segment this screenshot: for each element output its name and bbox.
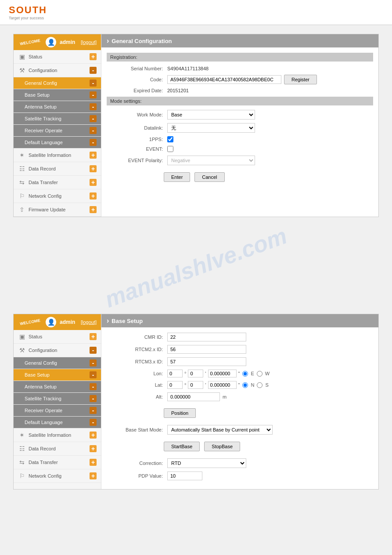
- sidebar1-status[interactable]: ▣ Status +: [14, 50, 101, 64]
- work-mode-select[interactable]: Base Rover: [167, 110, 255, 120]
- receiver-operate-toggle[interactable]: -: [90, 127, 97, 134]
- sidebar2-header: WELCOME 👤 admin [logout]: [14, 314, 101, 330]
- position-btn-row: Position: [107, 405, 373, 421]
- sidebar1-data-record-label: Data Record: [29, 166, 90, 171]
- cmr-id-input[interactable]: [167, 333, 246, 341]
- wrench-icon1: ⚒: [18, 66, 26, 74]
- sidebar2-general-config[interactable]: General Config -: [14, 357, 101, 369]
- sidebar2-data-record[interactable]: ☷ Data Record +: [14, 442, 101, 456]
- logout1[interactable]: [logout]: [81, 40, 97, 45]
- base-setup-toggle2[interactable]: -: [90, 371, 97, 378]
- antenna-setup-toggle2[interactable]: -: [90, 383, 97, 390]
- sidebar2-data-transfer[interactable]: ⇆ Data Transfer +: [14, 456, 101, 469]
- lon-east-radio[interactable]: [242, 371, 248, 377]
- lon-min-input[interactable]: [188, 370, 203, 377]
- satellite-tracking-toggle2[interactable]: -: [90, 395, 97, 402]
- sidebar2-configuration[interactable]: ⚒ Configuration -: [14, 344, 101, 357]
- panel2: WELCOME 👤 admin [logout] ▣ Status + ⚒ Co…: [13, 314, 379, 490]
- enter-button[interactable]: Enter: [164, 172, 190, 182]
- star-icon1: ✶: [18, 151, 26, 159]
- network-config-toggle2[interactable]: +: [90, 472, 97, 479]
- lat-deg-input[interactable]: [167, 381, 183, 389]
- event-checkbox[interactable]: [167, 146, 173, 152]
- status-toggle[interactable]: +: [90, 53, 97, 60]
- expired-date-row: Expired Date: 20151201: [107, 88, 373, 93]
- default-language-toggle[interactable]: -: [90, 139, 97, 146]
- satellite-tracking-toggle[interactable]: -: [90, 115, 97, 122]
- lat-north-radio[interactable]: [242, 382, 248, 388]
- base-setup-toggle[interactable]: -: [90, 91, 97, 98]
- lat-south-radio[interactable]: [257, 382, 263, 388]
- sidebar2-network-config[interactable]: ⚐ Network Config +: [14, 469, 101, 483]
- work-mode-row: Work Mode: Base Rover: [107, 110, 373, 120]
- sidebar2-antenna-setup[interactable]: Antenna Setup -: [14, 381, 101, 393]
- startbase-button[interactable]: StartBase: [164, 442, 200, 451]
- data-transfer-toggle[interactable]: +: [90, 179, 97, 186]
- sidebar2-receiver-operate[interactable]: Receiver Operate -: [14, 405, 101, 417]
- correction-select[interactable]: RTD RTCM CMR: [167, 458, 246, 468]
- sidebar2-status-label: Status: [29, 334, 90, 339]
- sidebar2-satellite-tracking-label: Satellite Tracking: [25, 396, 90, 401]
- sidebar1-base-setup[interactable]: Base Setup -: [14, 89, 101, 101]
- sidebar1-firmware-update[interactable]: ⇧ Firmware Update +: [14, 203, 101, 217]
- sidebar1-general-config[interactable]: General Config -: [14, 77, 101, 89]
- upload-icon1: ⇧: [18, 206, 26, 214]
- sidebar1-configuration[interactable]: ⚒ Configuration -: [14, 64, 101, 77]
- network-config-toggle[interactable]: +: [90, 192, 97, 200]
- sidebar1-data-record[interactable]: ☷ Data Record +: [14, 162, 101, 176]
- default-language-toggle2[interactable]: -: [90, 419, 97, 426]
- alt-input[interactable]: [167, 392, 220, 401]
- position-button[interactable]: Position: [164, 408, 196, 418]
- correction-row: Correction: RTD RTCM CMR: [107, 458, 373, 468]
- stopbase-button[interactable]: StopBase: [204, 442, 240, 451]
- sidebar1-network-config[interactable]: ⚐ Network Config +: [14, 189, 101, 203]
- data-record-toggle2[interactable]: +: [90, 445, 97, 452]
- base-start-mode-label: Base Start Mode:: [110, 427, 163, 432]
- sidebar1-satellite-tracking[interactable]: Satellite Tracking -: [14, 113, 101, 125]
- sidebar1-satellite-info[interactable]: ✶ Satellite Information +: [14, 149, 101, 162]
- rtcm3-input[interactable]: [167, 357, 246, 366]
- lon-sec-input[interactable]: [208, 370, 237, 377]
- sidebar2-base-setup[interactable]: Base Setup -: [14, 369, 101, 381]
- configuration-toggle[interactable]: -: [90, 67, 97, 74]
- globe-icon1: ⚐: [18, 192, 26, 200]
- code-input[interactable]: [167, 75, 281, 84]
- sidebar2-default-language[interactable]: Default Language -: [14, 417, 101, 428]
- lon-west-radio[interactable]: [257, 371, 263, 377]
- satellite-info-toggle2[interactable]: +: [90, 432, 97, 439]
- pdop-input[interactable]: [167, 472, 202, 480]
- sidebar2-status[interactable]: ▣ Status +: [14, 330, 101, 344]
- base-start-mode-select[interactable]: Automatically Start Base by Current poin…: [167, 425, 273, 435]
- general-config-toggle[interactable]: -: [90, 80, 97, 87]
- antenna-setup-toggle[interactable]: -: [90, 103, 97, 110]
- sidebar1-default-language[interactable]: Default Language -: [14, 137, 101, 149]
- lon-deg-input[interactable]: [167, 370, 183, 377]
- serial-number-row: Serial Number: S4904A117113848: [107, 66, 373, 71]
- receiver-operate-toggle2[interactable]: -: [90, 407, 97, 414]
- rtcm2-input[interactable]: [167, 345, 246, 354]
- mode-settings-heading: Mode settings:: [107, 97, 373, 105]
- status-toggle2[interactable]: +: [90, 333, 97, 340]
- datalink-select[interactable]: 无 Radio: [167, 123, 255, 133]
- logout2[interactable]: [logout]: [81, 319, 97, 325]
- lat-min-input[interactable]: [188, 381, 203, 389]
- sidebar1-data-transfer[interactable]: ⇆ Data Transfer +: [14, 176, 101, 189]
- firmware-update-toggle[interactable]: +: [90, 206, 97, 213]
- sidebar1-receiver-operate[interactable]: Receiver Operate -: [14, 125, 101, 137]
- pdop-label: PDP Value:: [110, 473, 163, 479]
- data-transfer-toggle2[interactable]: +: [90, 459, 97, 466]
- register-button[interactable]: Register: [284, 75, 317, 84]
- satellite-info-toggle[interactable]: +: [90, 152, 97, 159]
- sidebar1-header: WELCOME 👤 admin [logout]: [14, 34, 101, 50]
- sidebar2-satellite-tracking[interactable]: Satellite Tracking -: [14, 393, 101, 405]
- sidebar2-satellite-info[interactable]: ✶ Satellite Information +: [14, 428, 101, 442]
- registration-heading: Registration:: [107, 53, 373, 62]
- data-record-toggle[interactable]: +: [90, 165, 97, 172]
- cancel-button[interactable]: Cancel: [194, 172, 224, 182]
- pps-checkbox[interactable]: [167, 136, 173, 142]
- general-config-toggle2[interactable]: -: [90, 359, 97, 366]
- lat-sec-input[interactable]: [208, 381, 237, 389]
- event-polarity-select[interactable]: Negative Positive: [167, 156, 255, 165]
- configuration-toggle2[interactable]: -: [90, 347, 97, 354]
- sidebar1-antenna-setup[interactable]: Antenna Setup -: [14, 101, 101, 113]
